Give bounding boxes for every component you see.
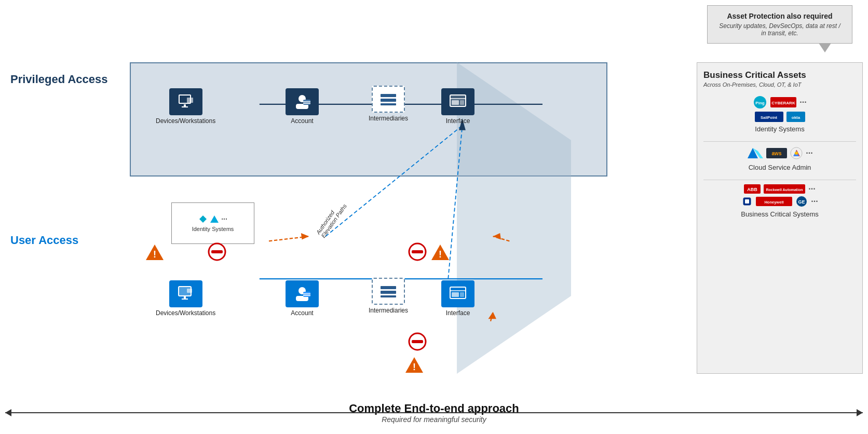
svg-rect-54 [381,103,396,105]
sailpoint-logo-icon: SailPoint [755,112,783,122]
priv-interface-label: Interface [441,117,474,125]
svg-text:GE: GE [798,199,805,205]
priv-interface-icon [441,88,474,115]
svg-rect-65 [182,299,188,300]
svg-text:okta: okta [791,115,800,120]
interface-user-icon [449,284,467,303]
intermediaries-user-icon [379,282,398,301]
priv-account-label: Account [286,117,319,125]
user-account-label: Account [286,309,319,317]
user-interface-label: Interface [441,309,474,317]
user-devices-icon [169,280,202,307]
user-intermediaries-node: Intermediaries [369,278,408,314]
svg-text:Honeywell: Honeywell [765,200,784,205]
okta-logo-icon: okta [786,112,805,122]
identity-box-logos: ··· [198,214,227,224]
identity-diamond-icon [198,214,208,224]
svg-rect-46 [187,98,193,103]
user-intermediaries-icon [372,278,405,305]
svg-text:SailPoint: SailPoint [760,115,777,120]
svg-text:Ping: Ping [756,101,765,105]
identity-pyramid-icon [210,214,219,224]
svg-text:aws: aws [772,151,782,156]
no-entry-left [208,242,226,261]
arrow-right [434,412,863,413]
elevation-paths-text: Authorized Elevation Paths [315,199,348,239]
main-container: Asset Protection also required Security … [5,5,863,429]
svg-rect-66 [187,289,192,293]
warning-middle: ! [431,243,450,265]
user-account-icon [286,280,319,307]
callout-subtitle: Security updates, DevSecOps, data at res… [716,22,844,37]
svg-rect-58 [452,100,459,105]
bcs-logos-2: Honeywell GE ··· [703,196,856,207]
bcs-logos-1: ABB Rockwell Automation ··· [703,184,856,194]
priv-account-icon [286,88,319,115]
bca-section-cloud: aws ··· Cloud Service Admin [703,146,856,171]
user-devices-label: Devices/Workstations [156,309,215,317]
svg-text:!: ! [153,249,156,260]
cyberark-logo-icon: CYBERARK [770,97,796,107]
svg-rect-77 [452,292,459,297]
user-interface-icon [441,280,474,307]
bca-panel: Business Critical Assets Across On-Premi… [697,62,863,374]
svg-marker-31 [301,233,309,240]
asset-callout: Asset Protection also required Security … [707,5,852,44]
interface-priv-icon [449,92,467,111]
warning-triangle-bottom: ! [405,356,424,374]
svg-rect-69 [303,292,310,297]
bcs-section-label: Business Critical Systems [703,210,856,218]
honeywell-logo-icon: Honeywell [756,197,792,206]
svg-line-30 [269,236,309,241]
bca-subtitle: Across On-Premises, Cloud, OT, & IoT [703,82,856,88]
priv-devices-label: Devices/Workstations [156,117,215,125]
svg-marker-61 [210,215,219,223]
google-logo-icon [790,147,803,159]
bca-section-identity: Ping CYBERARK ··· SailPoint [703,95,856,133]
warning-triangle-left: ! [145,243,164,262]
bca-title: Business Critical Assets [703,70,856,80]
user-devices-node: Devices/Workstations [156,280,215,317]
svg-rect-53 [381,99,396,102]
more-identity-dots: ··· [799,98,806,107]
no-entry-bottom [408,332,427,351]
svg-text:CYBERARK: CYBERARK [772,101,796,105]
account-icon [293,92,311,111]
chip-icon [741,196,753,207]
svg-rect-64 [184,296,186,299]
user-account-node: Account [286,280,319,317]
monitor-icon [177,92,195,111]
abb-logo-icon: ABB [744,184,761,194]
warning-triangle-middle: ! [431,243,450,262]
bca-divider-2 [703,180,856,180]
no-entry-middle [408,242,427,261]
svg-text:!: ! [413,362,416,372]
warning-left: ! [145,243,164,265]
svg-text:ABB: ABB [748,187,758,192]
svg-text:!: ! [439,249,442,260]
cloud-logos: aws ··· [703,146,856,160]
bottom-section: Complete End-to-end approach Required fo… [5,397,863,429]
ping-logo-icon: Ping [753,95,767,110]
svg-rect-80 [211,250,223,253]
user-access-label: User Access [10,234,78,247]
svg-rect-73 [381,291,396,294]
arrow-left [5,412,434,413]
svg-rect-84 [412,340,423,343]
identity-more-dots: ··· [221,215,227,223]
priv-intermediaries-node: Intermediaries [369,86,408,122]
svg-text:Rockwell Automation: Rockwell Automation [766,188,803,192]
rockwell-logo-icon: Rockwell Automation [764,184,805,194]
svg-rect-59 [460,100,464,105]
more-cloud-dots: ··· [806,148,812,158]
user-monitor-icon [177,284,195,303]
diagram-area: Privileged Access User Access Business C… [5,57,863,387]
warning-bottom: ! [405,356,424,378]
intermediaries-priv-icon [379,90,398,108]
svg-rect-78 [460,292,464,297]
privileged-access-label: Privileged Access [10,73,108,86]
more-bcs-2-dots: ··· [811,197,818,206]
priv-intermediaries-icon [372,86,405,113]
bottom-title: Complete End-to-end approach [5,402,863,415]
priv-intermediaries-label: Intermediaries [369,115,408,122]
